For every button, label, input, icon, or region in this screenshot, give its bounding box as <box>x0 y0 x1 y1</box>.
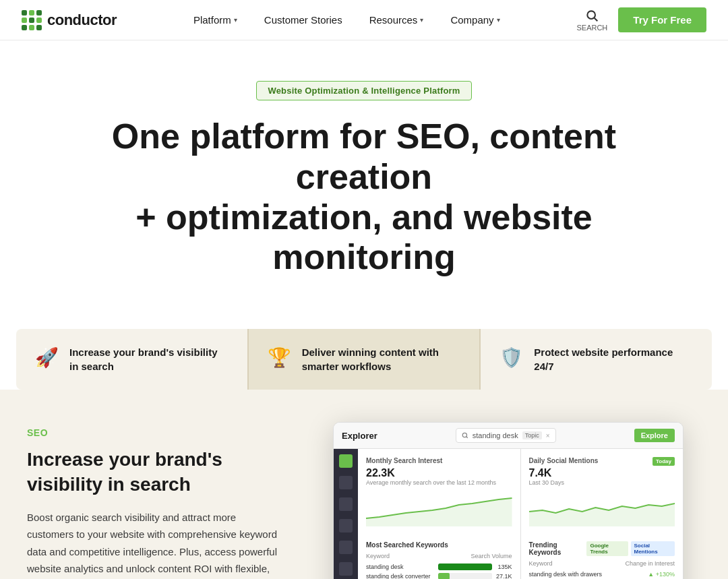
chevron-down-icon: ▾ <box>234 16 237 24</box>
svg-line-4 <box>466 437 467 438</box>
shield-icon: 🛡️ <box>499 346 523 369</box>
most-searched-table: Most Searched Keywords Keyword Search Vo… <box>358 535 520 579</box>
feature-tabs: 🚀 Increase your brand's visibility in se… <box>16 329 712 390</box>
sidebar-icon-grid[interactable] <box>339 519 353 532</box>
dashboard-search[interactable]: standing desk Topic × <box>456 428 556 443</box>
monthly-search-card: Monthly Search Interest 22.3K Average mo… <box>358 449 520 535</box>
daily-social-card: Daily Social Mentions Today 7.4K Last 30… <box>521 449 684 535</box>
nav-right: SEARCH Try For Free <box>576 7 706 32</box>
table-row: standing desk 135K <box>366 563 512 570</box>
nav-links: Platform ▾ Customer Stories Resources ▾ … <box>183 9 511 31</box>
dashboard-charts-grid: Monthly Search Interest 22.3K Average mo… <box>358 449 683 535</box>
section-body: Boost organic search visibility and attr… <box>27 509 283 579</box>
today-tag: Today <box>653 457 675 466</box>
logo-grid-icon <box>22 10 42 30</box>
content-right: Explorer standing desk Topic × Explore <box>315 422 701 579</box>
table-row: standing desk with drawers ▲ +130% <box>529 571 675 578</box>
close-icon[interactable]: × <box>546 432 550 439</box>
search-icon <box>585 9 599 22</box>
nav-platform[interactable]: Platform ▾ <box>183 9 248 31</box>
dashboard-sidebar <box>334 449 358 579</box>
tab-seo[interactable]: 🚀 Increase your brand's visibility in se… <box>16 329 247 390</box>
dashboard-content: Monthly Search Interest 22.3K Average mo… <box>358 449 683 579</box>
navbar: conductor Platform ▾ Customer Stories Re… <box>0 0 728 40</box>
nav-company[interactable]: Company ▾ <box>439 9 510 31</box>
chevron-down-icon: ▾ <box>497 16 500 24</box>
sidebar-icon-bookmark[interactable] <box>339 562 353 576</box>
try-free-button[interactable]: Try For Free <box>618 7 706 32</box>
svg-line-1 <box>595 18 598 21</box>
nav-resources[interactable]: Resources ▾ <box>359 9 435 31</box>
tab-monitor[interactable]: 🛡️ Protect website performance 24/7 <box>481 329 712 390</box>
google-trends-tag: Google Trends <box>586 541 628 556</box>
trophy-icon: 🏆 <box>268 346 291 369</box>
sidebar-icon-person[interactable] <box>339 497 353 511</box>
logo-text: conductor <box>47 11 117 29</box>
search-button[interactable]: SEARCH <box>576 9 607 32</box>
chevron-down-icon: ▾ <box>420 16 423 24</box>
svg-point-0 <box>588 11 596 19</box>
table-row: standing desk converter 27.1K <box>366 573 512 579</box>
search-icon <box>462 432 468 439</box>
topic-tag: Topic <box>522 431 542 439</box>
nav-customer-stories[interactable]: Customer Stories <box>253 9 353 31</box>
logo[interactable]: conductor <box>22 10 117 30</box>
social-chart <box>529 491 675 526</box>
monthly-chart <box>366 491 512 526</box>
sidebar-icon-home[interactable] <box>339 454 353 468</box>
content-section: SEO Increase your brand's visibility in … <box>0 390 728 579</box>
content-left: SEO Increase your brand's visibility in … <box>27 422 283 579</box>
dashboard-header: Explorer standing desk Topic × Explore <box>334 423 683 449</box>
dashboard-body: Monthly Search Interest 22.3K Average mo… <box>334 449 683 579</box>
tab-content[interactable]: 🏆 Deliver winning content with smarter w… <box>249 329 480 390</box>
sidebar-icon-chart[interactable] <box>339 476 353 489</box>
trending-keywords-table: Trending Keywords Google Trends Social M… <box>521 535 684 579</box>
section-label: SEO <box>27 427 283 438</box>
sidebar-icon-leaf[interactable] <box>339 541 353 554</box>
social-mentions-tag: Social Mentions <box>631 541 675 556</box>
section-title: Increase your brand's visibility in sear… <box>27 448 283 497</box>
rocket-icon: 🚀 <box>35 346 59 369</box>
dashboard-tables-grid: Most Searched Keywords Keyword Search Vo… <box>358 535 683 579</box>
explore-button[interactable]: Explore <box>634 429 675 442</box>
hero-badge: Website Optimization & Intelligence Plat… <box>256 81 471 100</box>
dashboard-screenshot: Explorer standing desk Topic × Explore <box>333 422 684 579</box>
hero-section: Website Optimization & Intelligence Plat… <box>0 40 728 305</box>
hero-title: One platform for SEO, content creation +… <box>101 117 627 278</box>
